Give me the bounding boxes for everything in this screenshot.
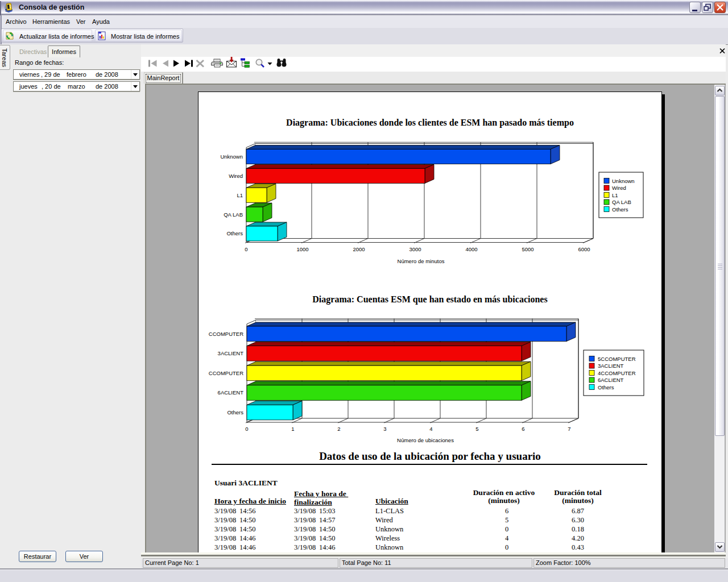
svg-text:Wired: Wired (612, 185, 626, 191)
svg-text:5CCOMPUTER: 5CCOMPUTER (598, 356, 636, 362)
svg-text:3ACLIENT: 3ACLIENT (218, 350, 244, 356)
svg-text:4: 4 (429, 426, 432, 432)
svg-text:5000: 5000 (522, 246, 533, 252)
svg-text:0: 0 (245, 246, 247, 252)
svg-text:Unknown: Unknown (612, 178, 635, 184)
svg-text:0: 0 (245, 426, 248, 432)
svg-text:6: 6 (522, 426, 524, 432)
svg-text:6ACLIENT: 6ACLIENT (218, 389, 244, 396)
svg-text:L1: L1 (237, 192, 243, 198)
svg-text:Others: Others (612, 206, 628, 213)
svg-text:QA LAB: QA LAB (612, 199, 631, 205)
svg-text:3: 3 (383, 426, 386, 432)
svg-text:Número de ubicaciones: Número de ubicaciones (397, 437, 454, 443)
svg-text:3000: 3000 (409, 246, 421, 252)
svg-text:Wired: Wired (229, 173, 243, 179)
svg-text:CCOMPUTER: CCOMPUTER (209, 370, 243, 376)
svg-text:6000: 6000 (578, 246, 590, 252)
svg-text:2: 2 (337, 426, 340, 432)
svg-text:7: 7 (568, 426, 570, 432)
svg-text:5: 5 (475, 426, 478, 432)
svg-text:Unknown: Unknown (220, 153, 243, 160)
svg-text:Número de minutos: Número de minutos (398, 258, 445, 264)
svg-text:CCOMPUTER: CCOMPUTER (209, 331, 243, 337)
svg-text:1: 1 (291, 426, 294, 432)
svg-text:Others: Others (226, 230, 243, 236)
svg-text:3ACLIENT: 3ACLIENT (598, 363, 624, 369)
svg-text:4000: 4000 (465, 246, 477, 252)
svg-text:L1: L1 (612, 192, 618, 198)
svg-text:Others: Others (227, 409, 243, 415)
svg-text:Others: Others (598, 384, 614, 390)
svg-text:6ACLIENT: 6ACLIENT (598, 377, 624, 383)
svg-text:4CCOMPUTER: 4CCOMPUTER (598, 370, 636, 376)
svg-text:1000: 1000 (296, 246, 308, 252)
svg-text:QA LAB: QA LAB (224, 211, 243, 218)
svg-text:2000: 2000 (353, 246, 365, 252)
